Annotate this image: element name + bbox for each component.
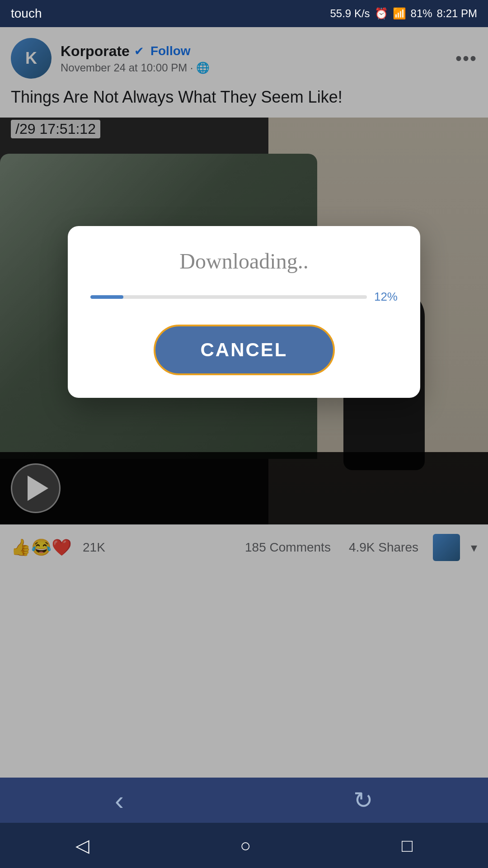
wifi-icon: 📶	[393, 7, 406, 20]
browser-nav-bar: ‹ ↻	[0, 778, 488, 823]
main-content: K Korporate ✔ Follow November 24 at 10:0…	[0, 27, 488, 778]
progress-label: 12%	[374, 290, 398, 304]
system-recent-button[interactable]: □	[402, 835, 413, 856]
system-back-button[interactable]: ◁	[75, 835, 89, 856]
back-button[interactable]: ‹	[115, 785, 124, 816]
alarm-icon: ⏰	[375, 7, 388, 20]
app-name: touch	[11, 6, 42, 21]
progress-container: 12%	[90, 290, 398, 304]
progress-fill	[90, 295, 123, 299]
cancel-button[interactable]: CANCEL	[154, 325, 335, 375]
battery-level: 81%	[411, 7, 432, 20]
time-display: 8:21 PM	[437, 7, 477, 20]
status-right: 55.9 K/s ⏰ 📶 81% 8:21 PM	[330, 7, 478, 20]
status-bar: touch 55.9 K/s ⏰ 📶 81% 8:21 PM	[0, 0, 488, 27]
download-dialog: Downloading.. 12% CANCEL	[68, 226, 420, 398]
dialog-title: Downloading..	[90, 249, 398, 274]
system-home-button[interactable]: ○	[240, 835, 251, 856]
progress-track	[90, 295, 367, 299]
modal-overlay: Downloading.. 12% CANCEL	[0, 27, 488, 778]
refresh-button[interactable]: ↻	[353, 787, 373, 814]
system-nav-bar: ◁ ○ □	[0, 823, 488, 868]
speed-indicator: 55.9 K/s	[330, 7, 370, 20]
